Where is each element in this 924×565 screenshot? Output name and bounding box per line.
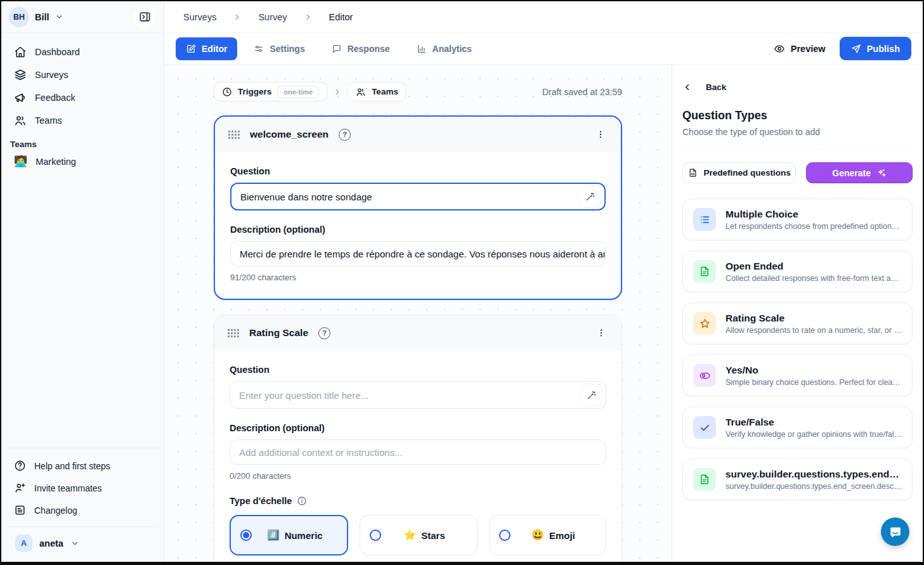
- magic-wand-icon: [585, 192, 595, 202]
- card-menu-button[interactable]: [594, 325, 609, 341]
- question-type-yes-no[interactable]: Yes/No Simple binary choice questions. P…: [682, 354, 913, 396]
- help-icon[interactable]: [318, 327, 330, 339]
- breadcrumb-surveys[interactable]: Surveys: [183, 12, 216, 22]
- sidebar-item-label: Dashboard: [35, 47, 80, 57]
- tab-analytics[interactable]: Analytics: [407, 37, 482, 60]
- question-card-rating-scale[interactable]: Rating Scale Question Enter your questio…: [214, 315, 622, 562]
- breadcrumb: Surveys Survey Editor: [164, 1, 923, 33]
- radio-icon[interactable]: [499, 529, 511, 541]
- char-counter: 0/200 characters: [230, 471, 606, 481]
- check-icon: [693, 416, 716, 439]
- help-circle-icon: [14, 460, 26, 472]
- draft-status: Draft saved at 23:59: [542, 87, 622, 97]
- sidebar-item-feedback[interactable]: Feedback: [8, 86, 157, 109]
- description-input[interactable]: Merci de prendre le temps de répondre à …: [230, 241, 606, 266]
- list-icon: [693, 208, 716, 231]
- back-button[interactable]: Back: [682, 82, 726, 92]
- sidebar-team-marketing[interactable]: 🧑‍💻 Marketing: [1, 152, 164, 171]
- info-icon[interactable]: [297, 496, 307, 506]
- pencil-square-icon: [186, 44, 196, 54]
- sidebar-item-label: Feedback: [35, 93, 75, 103]
- user-plus-icon: [14, 482, 26, 494]
- tab-response[interactable]: Response: [322, 37, 400, 60]
- bar-chart-icon: [417, 44, 427, 54]
- chevron-right-icon: [304, 13, 313, 22]
- editor-toolbar: Editor Settings Response Analytics: [164, 33, 923, 65]
- radio-icon[interactable]: [240, 529, 252, 541]
- survey-builder-app: BH Bill Dashboard Surv: [0, 0, 924, 565]
- question-type-description: survey.builder.questions.types.end_scree…: [726, 482, 902, 491]
- question-title-input[interactable]: Enter your question title here...: [230, 381, 606, 409]
- breadcrumb-editor[interactable]: Editor: [329, 12, 353, 22]
- drag-handle-icon[interactable]: [228, 130, 240, 139]
- ai-wand-button[interactable]: [578, 185, 601, 208]
- file-code-icon: [688, 168, 698, 178]
- chat-launcher-button[interactable]: [881, 517, 909, 546]
- question-card-welcome[interactable]: welcome_screen Question Bienvenue dans n…: [214, 115, 622, 300]
- workspace-switcher[interactable]: BH Bill: [1, 1, 164, 33]
- account-name: aneta: [39, 538, 63, 549]
- question-field-label: Question: [230, 365, 606, 375]
- breadcrumb-survey[interactable]: Survey: [258, 12, 287, 22]
- preview-button[interactable]: Preview: [774, 43, 826, 55]
- magic-wand-icon: [586, 390, 597, 401]
- question-type-end-screen[interactable]: survey.builder.questions.types.end_scr..…: [682, 458, 913, 500]
- question-type-name: survey.builder.questions.types.end_scr..…: [726, 469, 902, 480]
- tab-editor[interactable]: Editor: [176, 37, 237, 60]
- sidebar-item-surveys[interactable]: Surveys: [8, 63, 157, 86]
- card-menu-button[interactable]: [593, 127, 608, 142]
- question-type-description: Let respondents choose from predefined o…: [726, 222, 902, 231]
- account-avatar: A: [15, 535, 32, 552]
- panel-subtitle: Choose the type of question to add: [682, 127, 913, 150]
- survey-canvas[interactable]: Triggers one-time Teams Draft saved at 2…: [164, 65, 672, 562]
- toggle-icon: [693, 364, 716, 387]
- radio-icon[interactable]: [370, 529, 381, 541]
- scale-option-stars[interactable]: ⭐ Stars: [360, 515, 477, 555]
- help-icon[interactable]: [339, 129, 351, 141]
- question-type-open-ended[interactable]: Open Ended Collect detailed responses wi…: [682, 250, 913, 292]
- account-menu[interactable]: A aneta: [8, 526, 157, 559]
- scale-option-emoji[interactable]: 😃 Emoji: [489, 515, 606, 555]
- scale-option-numeric[interactable]: #️⃣ Numeric: [230, 515, 348, 555]
- teams-pill[interactable]: Teams: [348, 82, 407, 101]
- question-type-description: Simple binary choice questions. Perfect …: [726, 378, 902, 387]
- tab-settings[interactable]: Settings: [244, 37, 315, 60]
- sidebar-item-dashboard[interactable]: Dashboard: [8, 41, 157, 63]
- sparkles-icon: [876, 168, 887, 178]
- drag-handle-icon[interactable]: [227, 328, 239, 337]
- sidebar-item-invite[interactable]: Invite teammates: [8, 477, 157, 499]
- predefined-questions-button[interactable]: Predefined questions: [682, 162, 796, 183]
- sidebar-collapse-button[interactable]: [133, 6, 156, 29]
- question-title-input[interactable]: Bienvenue dans notre sondage: [230, 183, 606, 211]
- question-type-name: True/False: [726, 417, 902, 428]
- question-types-panel: Back Question Types Choose the type of q…: [672, 65, 923, 562]
- eye-icon: [774, 43, 785, 55]
- char-counter: 91/200 characters: [230, 273, 606, 282]
- publish-button[interactable]: Publish: [840, 37, 911, 60]
- question-type-name: Open Ended: [726, 261, 902, 272]
- kebab-icon: [595, 129, 606, 140]
- tab-label: Response: [348, 44, 390, 54]
- question-type-rating-scale[interactable]: Rating Scale Allow respondents to rate o…: [682, 302, 913, 344]
- question-field-label: Question: [230, 166, 606, 176]
- panel-title: Question Types: [682, 109, 913, 122]
- sidebar-item-label: Help and first steps: [34, 461, 110, 471]
- file-text-icon: [693, 260, 716, 283]
- sidebar-item-label: Surveys: [35, 70, 68, 80]
- generate-label: Generate: [832, 168, 871, 178]
- star-emoji-icon: ⭐: [403, 530, 416, 540]
- generate-button[interactable]: Generate: [806, 162, 913, 183]
- description-placeholder: Add additional context or instructions..…: [239, 447, 403, 458]
- ai-wand-button[interactable]: [580, 384, 602, 406]
- question-title-value: Bienvenue dans notre sondage: [240, 192, 372, 202]
- sidebar-item-help[interactable]: Help and first steps: [8, 455, 157, 477]
- clock-icon: [222, 87, 232, 97]
- sidebar-item-changelog[interactable]: Changelog: [8, 499, 157, 521]
- question-type-multiple-choice[interactable]: Multiple Choice Let respondents choose f…: [682, 198, 913, 240]
- triggers-pill[interactable]: Triggers one-time: [214, 82, 327, 101]
- question-type-true-false[interactable]: True/False Verify knowledge or gather op…: [682, 406, 913, 448]
- home-icon: [14, 46, 27, 58]
- description-value: Merci de prendre le temps de répondre à …: [240, 249, 606, 259]
- description-input[interactable]: Add additional context or instructions..…: [230, 439, 606, 465]
- sidebar-item-teams[interactable]: Teams: [8, 109, 157, 132]
